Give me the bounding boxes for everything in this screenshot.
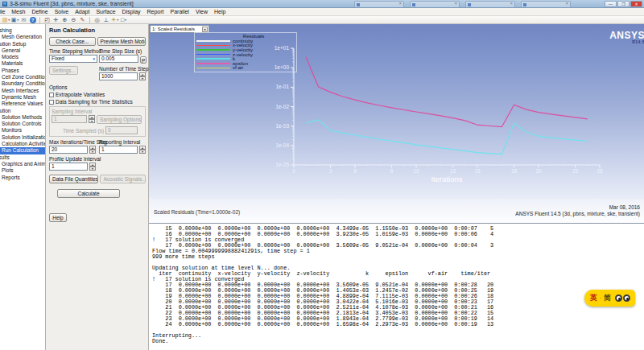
profile-update-spinner[interactable]: ▲▼ bbox=[89, 163, 96, 171]
check-case-button[interactable]: Check Case... bbox=[49, 37, 96, 46]
menu-item[interactable]: Help bbox=[211, 8, 229, 15]
lights-icon[interactable]: ☀ bbox=[110, 16, 119, 23]
calculate-button[interactable]: Calculate bbox=[57, 189, 120, 198]
tree-item[interactable]: Plots bbox=[0, 167, 45, 174]
background-tab[interactable] bbox=[521, 1, 571, 7]
window-controls: —❐✕ bbox=[605, 1, 642, 7]
max-iterations-spinner[interactable]: ▲▼ bbox=[89, 146, 96, 154]
display-options-icon[interactable]: □ bbox=[119, 16, 128, 23]
orient-axes-icon[interactable]: ⊥ bbox=[101, 16, 110, 23]
ime-toolbar[interactable]: 英 · 简 bbox=[584, 290, 635, 307]
tree-item[interactable]: Run Calculation bbox=[0, 147, 45, 154]
tree-item[interactable]: Reports bbox=[0, 175, 45, 181]
tree-item[interactable]: Monitors bbox=[0, 127, 45, 134]
time-stepping-method-label: Time Stepping Method bbox=[49, 48, 97, 54]
tree-item[interactable]: Solution Initialization bbox=[0, 134, 45, 141]
tree-item[interactable]: Reference Values bbox=[0, 101, 45, 107]
tree-item[interactable]: Materials bbox=[0, 60, 45, 67]
tree-item[interactable]: Mesh Interfaces bbox=[0, 88, 45, 94]
toolbar-separator bbox=[89, 17, 90, 23]
time-steps-spinner[interactable]: ▲▼ bbox=[139, 72, 146, 80]
tree-item[interactable]: Phases bbox=[0, 68, 45, 74]
zoom-in-icon[interactable]: ⊕ bbox=[60, 16, 69, 23]
preview-mesh-motion-button[interactable]: Preview Mesh Motion... bbox=[97, 37, 146, 46]
zoom-out-icon[interactable]: ⊖ bbox=[69, 16, 78, 23]
svg-text:20: 20 bbox=[535, 168, 542, 174]
menu-item[interactable]: Parallel bbox=[167, 8, 192, 15]
fit-to-window-icon[interactable]: ◰ bbox=[43, 16, 52, 23]
svg-text:15: 15 bbox=[474, 168, 481, 174]
open-folder-icon[interactable]: ▨ bbox=[2, 16, 10, 23]
tree-item[interactable]: Solution Setup bbox=[0, 41, 45, 47]
tree-item[interactable]: Solution Methods bbox=[0, 114, 45, 121]
restore-button[interactable]: ❐ bbox=[617, 1, 630, 7]
close-button[interactable]: ✕ bbox=[630, 1, 642, 7]
tree-item[interactable]: Models bbox=[0, 54, 45, 60]
reporting-interval-input[interactable]: 1 bbox=[99, 146, 138, 154]
tree-item[interactable]: Results bbox=[0, 154, 45, 161]
max-iterations-label: Max Iterations/Time Step bbox=[49, 139, 97, 145]
magnify-icon[interactable]: ◎ bbox=[93, 16, 101, 23]
pan-icon[interactable]: ✛ bbox=[52, 16, 60, 23]
menu-item[interactable]: Define bbox=[28, 8, 51, 15]
reporting-interval-label: Reporting Interval bbox=[99, 139, 146, 145]
save-icon[interactable]: ▣ bbox=[10, 16, 19, 23]
help-button[interactable]: Help bbox=[49, 213, 67, 222]
tree-item[interactable]: General bbox=[0, 47, 45, 54]
menu-item[interactable]: File bbox=[0, 8, 8, 15]
menu-item[interactable]: Solve bbox=[52, 8, 72, 15]
data-file-quantities-button[interactable]: Data File Quantities... bbox=[49, 175, 98, 183]
legend-swatch bbox=[196, 58, 230, 60]
background-tab[interactable] bbox=[410, 1, 460, 7]
profile-update-interval-input[interactable]: 1 bbox=[49, 163, 88, 171]
data-sampling-checkbox[interactable]: Data Sampling for Time Statistics bbox=[49, 99, 146, 105]
parameter-button[interactable]: P bbox=[140, 56, 147, 64]
chevron-down-icon[interactable]: ▾ bbox=[202, 27, 208, 32]
tree-item[interactable]: Solution Controls bbox=[0, 121, 45, 127]
ansys-logo: ANSYS R14.5 bbox=[609, 31, 644, 44]
tree-item[interactable]: Graphics and Animations bbox=[0, 161, 45, 167]
tree-item[interactable]: Boundary Conditions bbox=[0, 80, 45, 87]
svg-text:0: 0 bbox=[292, 168, 295, 174]
number-of-time-steps-input[interactable]: 1000 bbox=[99, 72, 138, 80]
sampling-group: Sampling Interval 1 ▲▼ Sampling Options.… bbox=[49, 106, 146, 137]
menu-item[interactable]: View bbox=[192, 8, 211, 15]
tree-item[interactable]: Calculation Activities bbox=[0, 141, 45, 147]
checkbox-box bbox=[49, 93, 54, 97]
svg-text:8: 8 bbox=[390, 168, 394, 174]
menu-item[interactable]: Surface bbox=[93, 8, 118, 15]
background-tab[interactable] bbox=[465, 1, 515, 7]
legend-swatch bbox=[196, 68, 230, 69]
menu-item[interactable]: Adapt bbox=[72, 8, 93, 15]
tree-item[interactable]: Dynamic Mesh bbox=[0, 94, 45, 101]
menu-item[interactable]: Display bbox=[119, 8, 144, 15]
tree-item[interactable]: Mesh Generation bbox=[0, 34, 45, 40]
extrapolate-variables-checkbox[interactable]: Extrapolate Variables bbox=[49, 92, 146, 97]
ime-separator: · bbox=[600, 295, 601, 301]
probe-icon[interactable]: ✎ bbox=[78, 16, 87, 23]
menu-item[interactable]: Report bbox=[144, 8, 167, 15]
menu-item[interactable]: Mesh bbox=[8, 8, 28, 15]
graphics-window: 1e+011e+001e-011e-021e-031e-041e-0503581… bbox=[149, 24, 644, 199]
caption-date: Mar 08, 2016 bbox=[515, 204, 640, 211]
ime-english-mode[interactable]: 英 bbox=[590, 293, 597, 303]
console[interactable]: 15 0.0000e+00 0.0000e+00 0.0000e+00 0.00… bbox=[149, 224, 644, 350]
ime-simplified-mode[interactable]: 简 bbox=[604, 293, 611, 303]
reporting-interval-spinner[interactable]: ▲▼ bbox=[139, 146, 146, 154]
time-step-size-input[interactable]: 0.005 bbox=[99, 55, 138, 63]
tree-item[interactable]: Meshing bbox=[0, 27, 45, 34]
help-icon[interactable]: ? bbox=[28, 16, 37, 23]
export-data-icon[interactable]: ✉ bbox=[19, 16, 28, 23]
background-tab[interactable] bbox=[354, 1, 404, 7]
svg-text:13: 13 bbox=[450, 168, 456, 174]
tree-item[interactable]: Cell Zone Conditions bbox=[0, 74, 45, 80]
max-iterations-input[interactable]: 20 bbox=[49, 146, 88, 154]
minimize-button[interactable]: — bbox=[605, 1, 617, 7]
toolbar-separator bbox=[39, 17, 40, 23]
tree-item[interactable]: Solution bbox=[0, 108, 45, 114]
time-sampled-label: Time Sampled (s) bbox=[63, 128, 104, 134]
number-of-time-steps-label: Number of Time Steps bbox=[99, 66, 147, 72]
ime-eyes-icon[interactable] bbox=[615, 294, 630, 302]
time-stepping-method-select[interactable]: Fixed bbox=[49, 55, 97, 63]
title-bar: 3-8-simu Fluent [3d, pbns, mixture, ske,… bbox=[0, 0, 644, 8]
